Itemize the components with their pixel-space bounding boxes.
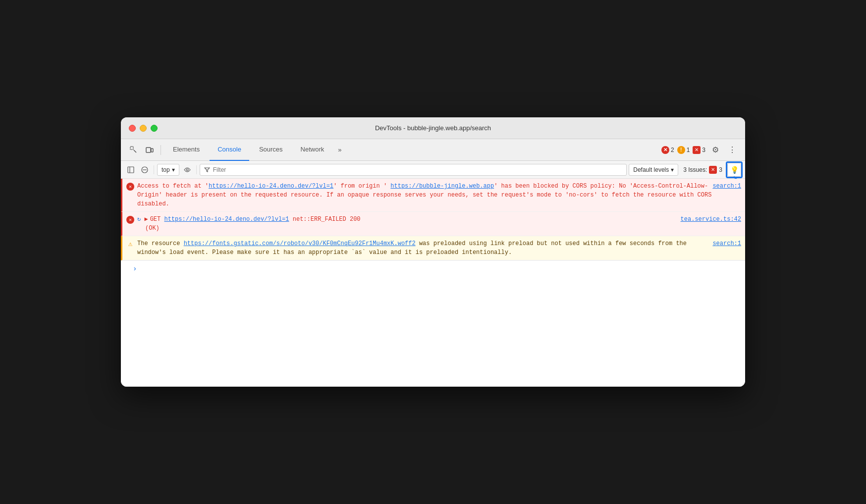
error-icon: ✕ — [661, 146, 669, 154]
warning-entry-icon-1: ⚠ — [126, 240, 134, 248]
warning-triangle-icon: ⚠ — [128, 241, 132, 248]
window-title: DevTools - bubble-jingle.web.app/search — [375, 124, 491, 132]
console-input[interactable] — [140, 265, 741, 272]
filter-input[interactable] — [213, 166, 623, 173]
expand-icon[interactable]: ▶ — [144, 215, 148, 224]
filter-input-box[interactable] — [200, 164, 627, 176]
default-levels-selector[interactable]: Default levels ▾ — [629, 164, 678, 176]
filter-icon — [204, 167, 210, 173]
lightbulb-button[interactable]: 💡 — [727, 163, 741, 177]
eye-icon[interactable] — [181, 164, 193, 176]
warning-text-1: The resource https://fonts.gstatic.com/s… — [137, 240, 687, 256]
svg-rect-2 — [151, 149, 153, 152]
titlebar: DevTools - bubble-jingle.web.app/search — [121, 117, 745, 139]
maximize-button[interactable] — [151, 125, 158, 132]
svg-rect-3 — [128, 167, 134, 173]
get-url-link[interactable]: https://hello-io-24.deno.dev/?lvl=1 — [164, 216, 289, 223]
main-toolbar: Elements Console Sources Network » ✕ 2 !… — [121, 139, 745, 161]
traffic-lights — [129, 125, 158, 132]
console-entry-error-1: ✕ search:1 Access to fetch at 'https://h… — [121, 179, 745, 212]
sidebar-toggle-icon[interactable] — [125, 164, 137, 176]
warning-source-1[interactable]: search:1 — [712, 239, 741, 248]
tab-elements[interactable]: Elements — [165, 139, 208, 161]
svg-rect-1 — [146, 148, 151, 152]
error-entry-icon-2: ✕ — [126, 216, 134, 224]
clear-console-icon[interactable] — [139, 164, 151, 176]
minimize-button[interactable] — [140, 125, 147, 132]
error-text-1: Access to fetch at 'https://hello-io-24.… — [137, 183, 711, 207]
more-options-icon[interactable]: ⋮ — [725, 143, 739, 157]
issues-badge-icon: ✕ — [709, 166, 717, 174]
context-selector[interactable]: top ▾ — [157, 164, 179, 176]
settings-icon[interactable]: ⚙ — [708, 143, 722, 157]
tab-network[interactable]: Network — [293, 139, 332, 161]
prompt-arrow-icon: › — [133, 265, 137, 273]
ct-separator-1 — [154, 165, 154, 174]
warning-badge: ! 1 — [677, 146, 690, 154]
lightbulb-container: 💡 — [727, 163, 741, 177]
console-entry-warning-1: ⚠ search:1 The resource https://fonts.gs… — [121, 236, 745, 260]
svg-rect-0 — [130, 147, 133, 150]
console-content: ✕ search:1 Access to fetch at 'https://h… — [121, 179, 745, 387]
inspect-element-icon[interactable] — [127, 143, 141, 157]
error-url-link-1[interactable]: https://hello-io-24.deno.dev/?lvl=1 — [209, 183, 333, 190]
console-entry-error-2: ✕ tea.service.ts:42 ↻ ▶GET https://hello… — [121, 212, 745, 236]
issues-badge: 3 Issues: ✕ 3 — [680, 165, 725, 175]
console-toolbar: top ▾ Default levels ▾ 3 Issues: ✕ 3 — [121, 161, 745, 179]
reload-icon[interactable]: ↻ — [137, 216, 141, 223]
ct-separator-2 — [196, 165, 197, 174]
more-tabs-button[interactable]: » — [334, 142, 345, 157]
issues-count-badge: ✕ 3 — [693, 146, 705, 154]
get-source-link[interactable]: tea.service.ts:42 — [681, 215, 741, 224]
tab-console[interactable]: Console — [210, 139, 249, 161]
toolbar-separator-1 — [161, 145, 161, 155]
get-text: ▶GET https://hello-io-24.deno.dev/?lvl=1… — [144, 216, 360, 223]
warning-url-link-1[interactable]: https://fonts.gstatic.com/s/roboto/v30/K… — [184, 240, 416, 247]
issues-icon: ✕ — [693, 146, 701, 154]
error-circle-icon-2: ✕ — [126, 216, 134, 224]
warning-icon: ! — [677, 146, 685, 154]
tab-sources[interactable]: Sources — [251, 139, 291, 161]
close-button[interactable] — [129, 125, 136, 132]
toolbar-right: ✕ 2 ! 1 ✕ 3 ⚙ ⋮ — [661, 143, 739, 157]
device-toolbar-icon[interactable] — [143, 143, 157, 157]
highlight-box — [726, 161, 743, 178]
error-circle-icon-1: ✕ — [126, 183, 134, 191]
svg-point-7 — [186, 169, 188, 171]
devtools-window: DevTools - bubble-jingle.web.app/search … — [121, 117, 745, 387]
ok-text: (OK) — [145, 225, 160, 232]
error-origin-link-1[interactable]: https://bubble-jingle.web.app — [390, 183, 494, 190]
console-input-row: › — [121, 260, 745, 277]
error-badge: ✕ 2 — [661, 146, 674, 154]
error-source-1[interactable]: search:1 — [712, 182, 741, 191]
error-entry-icon-1: ✕ — [126, 183, 134, 191]
get-status-text: net::ERR_FAILED 200 — [293, 216, 361, 223]
